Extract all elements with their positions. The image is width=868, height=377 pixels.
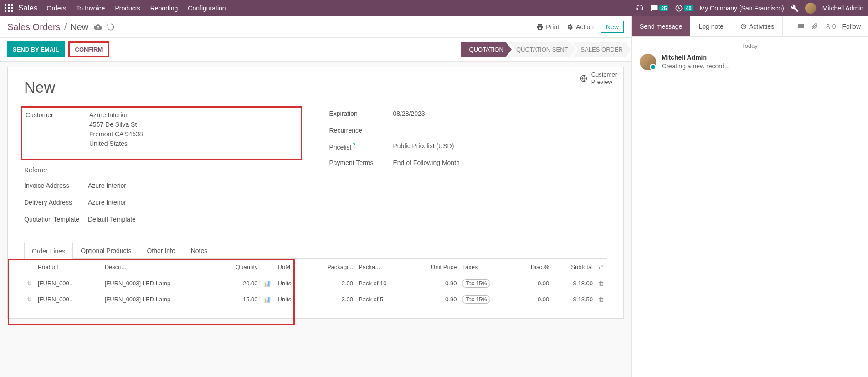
cell-unit-price[interactable]: 0.90 xyxy=(410,275,460,292)
delivery-address-value[interactable]: Azure Interior xyxy=(88,198,302,207)
cell-discount[interactable]: 0.00 xyxy=(514,275,552,292)
print-button[interactable]: Print xyxy=(536,23,559,31)
customer-preview-button[interactable]: CustomerPreview xyxy=(573,67,623,89)
company-selector[interactable]: My Company (San Francisco) xyxy=(700,5,784,12)
pricelist-help-icon[interactable]: ? xyxy=(353,142,355,148)
th-packaging-qty[interactable]: Packagi... xyxy=(305,259,356,275)
app-brand[interactable]: Sales xyxy=(18,4,38,13)
cell-pkg-qty[interactable]: 3.00 xyxy=(305,291,356,307)
messaging-icon[interactable]: 25 xyxy=(650,4,668,12)
debug-icon[interactable] xyxy=(791,4,799,12)
menu-orders[interactable]: Orders xyxy=(47,5,67,12)
breadcrumb-sep: / xyxy=(64,22,67,32)
quotation-template-value[interactable]: Default Template xyxy=(88,215,302,224)
step-quotation[interactable]: QUOTATION xyxy=(461,42,512,57)
th-description[interactable]: Descri... xyxy=(102,259,216,275)
th-discount[interactable]: Disc.% xyxy=(514,259,552,275)
user-avatar[interactable] xyxy=(805,3,816,14)
cell-discount[interactable]: 0.00 xyxy=(514,291,552,307)
svg-point-12 xyxy=(827,24,829,26)
cell-taxes[interactable]: Tax 15% xyxy=(459,291,514,307)
menu-reporting[interactable]: Reporting xyxy=(150,5,178,12)
th-product[interactable]: Product xyxy=(35,259,102,275)
cell-description[interactable]: [FURN_0003] LED Lamp xyxy=(102,291,216,307)
tab-optional-products[interactable]: Optional Products xyxy=(73,243,139,258)
cell-taxes[interactable]: Tax 15% xyxy=(459,275,514,292)
tab-notes[interactable]: Notes xyxy=(183,243,216,258)
cell-pkg-qty[interactable]: 2.00 xyxy=(305,275,356,292)
th-unit-price[interactable]: Unit Price xyxy=(410,259,460,275)
chatter-body: Today Mitchell Admin Creating a new reco… xyxy=(632,37,868,76)
chatter-header: Send message Log note Activities 0 Follo… xyxy=(632,16,868,37)
th-subtotal[interactable]: Subtotal xyxy=(552,259,596,275)
recurrence-label: Recurrence xyxy=(329,126,393,134)
breadcrumb-bar: Sales Orders / New Print Action xyxy=(0,16,631,38)
breadcrumb-current: New xyxy=(70,22,88,32)
cell-packaging[interactable]: Pack of 5 xyxy=(356,291,410,307)
activities-badge: 40 xyxy=(684,5,693,11)
th-quantity[interactable]: Quantity xyxy=(216,259,261,275)
activities-button[interactable]: Activities xyxy=(732,16,783,36)
customer-value[interactable]: Azure Interior 4557 De Silva St Fremont … xyxy=(89,110,297,149)
menu-configuration[interactable]: Configuration xyxy=(188,5,226,12)
table-row[interactable]: ⇅ [FURN_000... [FURN_0003] LED Lamp 15.0… xyxy=(24,291,607,307)
expiration-value[interactable]: 08/28/2023 xyxy=(393,109,607,119)
th-taxes[interactable]: Taxes xyxy=(459,259,514,275)
follower-count[interactable]: 0 xyxy=(825,23,836,30)
cell-description[interactable]: [FURN_0003] LED Lamp xyxy=(102,275,216,292)
send-message-button[interactable]: Send message xyxy=(632,16,690,36)
columns-options-icon[interactable]: ⇄ xyxy=(598,263,603,270)
message-avatar xyxy=(640,54,656,70)
invoice-address-value[interactable]: Azure Interior xyxy=(88,181,302,191)
cell-packaging[interactable]: Pack of 10 xyxy=(356,275,410,292)
new-record-button[interactable]: New xyxy=(601,21,624,33)
th-uom[interactable]: UoM xyxy=(275,259,306,275)
cell-product[interactable]: [FURN_000... xyxy=(35,291,102,307)
delivery-address-label: Delivery Address xyxy=(24,198,88,206)
menu-to-invoice[interactable]: To Invoice xyxy=(76,5,105,12)
drag-handle-icon[interactable]: ⇅ xyxy=(27,280,31,287)
discard-icon[interactable] xyxy=(107,23,115,31)
action-button[interactable]: Action xyxy=(566,23,594,31)
user-name[interactable]: Mitchell Admin xyxy=(822,5,863,12)
drag-handle-icon[interactable]: ⇅ xyxy=(27,296,31,303)
customer-label: Customer xyxy=(26,110,89,119)
delete-row-icon[interactable]: 🗑 xyxy=(598,296,604,303)
tab-order-lines[interactable]: Order Lines xyxy=(24,243,73,259)
voip-icon[interactable] xyxy=(636,4,644,12)
svg-rect-7 xyxy=(8,10,10,12)
cell-subtotal: $ 18.00 xyxy=(552,275,596,292)
apps-icon[interactable] xyxy=(5,4,13,12)
topbar-right: 25 40 My Company (San Francisco) Mitchel… xyxy=(636,3,863,14)
menu-products[interactable]: Products xyxy=(115,5,140,12)
payment-terms-value[interactable]: End of Following Month xyxy=(393,158,607,168)
book-icon[interactable] xyxy=(797,23,805,30)
follow-button[interactable]: Follow xyxy=(842,23,861,30)
table-row[interactable]: ⇅ [FURN_000... [FURN_0003] LED Lamp 20.0… xyxy=(24,275,607,292)
attachment-icon[interactable] xyxy=(811,23,818,30)
cell-product[interactable]: [FURN_000... xyxy=(35,275,102,292)
svg-rect-8 xyxy=(11,10,13,12)
activities-clock-icon[interactable]: 40 xyxy=(675,4,693,12)
pricelist-value[interactable]: Public Pricelist (USD) xyxy=(393,141,607,151)
forecast-icon[interactable]: 📊 xyxy=(263,296,271,303)
tab-other-info[interactable]: Other Info xyxy=(139,243,183,258)
cell-unit-price[interactable]: 0.90 xyxy=(410,291,460,307)
breadcrumb-root[interactable]: Sales Orders xyxy=(7,22,61,32)
step-sales-order[interactable]: SALES ORDER xyxy=(573,42,631,57)
chatter-date-separator: Today xyxy=(640,42,860,49)
forecast-icon[interactable]: 📊 xyxy=(263,280,271,287)
status-bar: SEND BY EMAIL CONFIRM QUOTATION QUOTATIO… xyxy=(0,38,631,62)
main-menu: Orders To Invoice Products Reporting Con… xyxy=(47,5,636,12)
cell-uom[interactable]: Units xyxy=(275,275,306,292)
send-by-email-button[interactable]: SEND BY EMAIL xyxy=(7,41,65,57)
confirm-button[interactable]: CONFIRM xyxy=(68,41,110,57)
save-cloud-icon[interactable] xyxy=(94,23,102,31)
step-quotation-sent[interactable]: QUOTATION SENT xyxy=(508,42,576,57)
log-note-button[interactable]: Log note xyxy=(690,16,732,36)
delete-row-icon[interactable]: 🗑 xyxy=(598,280,604,287)
th-packaging[interactable]: Packa... xyxy=(356,259,410,275)
cell-quantity[interactable]: 15.00 xyxy=(216,291,261,307)
cell-uom[interactable]: Units xyxy=(275,291,306,307)
cell-quantity[interactable]: 20.00 xyxy=(216,275,261,292)
